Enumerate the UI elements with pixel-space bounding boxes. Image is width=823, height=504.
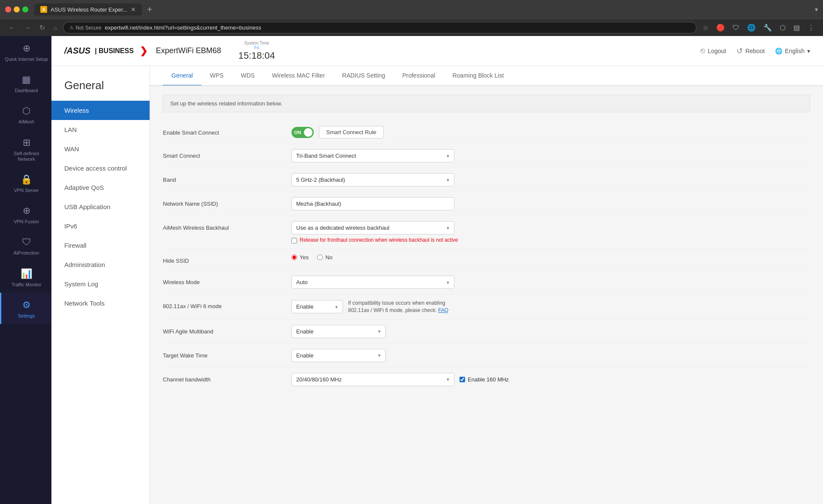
aimesh-backhaul-select[interactable]: Use as a dedicated wireless backhaul Aut… bbox=[291, 221, 454, 234]
refresh-button[interactable]: ↻ bbox=[37, 22, 48, 33]
system-time: System Time Fri 15:18:04 bbox=[238, 41, 275, 61]
tab-wps[interactable]: WPS bbox=[201, 66, 232, 86]
extension-icon-2[interactable]: 🛡 bbox=[730, 22, 742, 33]
enable-160-checkbox-input[interactable] bbox=[460, 377, 465, 382]
system-time-value: 15:18:04 bbox=[238, 50, 275, 61]
tab-radius-setting[interactable]: RADIUS Setting bbox=[333, 66, 393, 86]
tab-wireless-mac-filter[interactable]: Wireless MAC Filter bbox=[263, 66, 333, 86]
left-nav-item-adaptive-qos[interactable]: Adaptive QoS bbox=[51, 178, 150, 197]
address-bar[interactable]: ⚠ Not Secure expertwifi.net/index.html?u… bbox=[63, 22, 697, 33]
logout-icon: ⎋ bbox=[700, 46, 705, 55]
new-tab-button[interactable]: + bbox=[147, 5, 152, 15]
sidebar-item-settings[interactable]: ⚙ Settings bbox=[0, 293, 51, 324]
not-secure-icon: ⚠ bbox=[69, 25, 74, 30]
forward-button[interactable]: → bbox=[21, 22, 33, 33]
logout-button[interactable]: ⎋ Logout bbox=[700, 46, 726, 55]
dashboard-icon: ▦ bbox=[22, 74, 31, 85]
menu-button[interactable]: ⋮ bbox=[805, 22, 817, 33]
wifi-agile-multiband-select[interactable]: Enable Disable bbox=[291, 325, 386, 338]
left-nav-item-network-tools[interactable]: Network Tools bbox=[51, 294, 150, 313]
extension-icon-1[interactable]: 🔴 bbox=[714, 22, 727, 33]
left-nav-item-firewall[interactable]: Firewall bbox=[51, 236, 150, 255]
wireless-mode-select[interactable]: Auto Legacy N Only AC Only bbox=[291, 276, 454, 289]
band-label: Band bbox=[163, 173, 291, 183]
tab-roaming-block-list[interactable]: Roaming Block List bbox=[444, 66, 512, 86]
enable-160-checkbox-label[interactable]: Enable 160 MHz bbox=[460, 376, 509, 383]
tab-professional[interactable]: Professional bbox=[393, 66, 444, 86]
enable-smart-connect-label: Enable Smart Connect bbox=[163, 126, 291, 136]
sidebar: ⊕ Quick Internet Setup ▦ Dashboard ⬡ AiM… bbox=[0, 36, 51, 504]
tab-wds[interactable]: WDS bbox=[232, 66, 264, 86]
tab-close-button[interactable]: ✕ bbox=[131, 6, 136, 13]
left-nav-item-usb-application[interactable]: USB Application bbox=[51, 197, 150, 216]
band-select[interactable]: 2.4 GHz 5 GHz-1 5 GHz-2 (Backhaul) 6 GHz bbox=[291, 173, 454, 186]
language-selector[interactable]: 🌐 English ▾ bbox=[775, 48, 810, 54]
extension-icon-3[interactable]: 🌐 bbox=[745, 22, 758, 33]
left-nav-item-system-log[interactable]: System Log bbox=[51, 274, 150, 294]
tab-favicon: A bbox=[40, 6, 47, 13]
hide-ssid-control: Yes No bbox=[291, 254, 810, 261]
home-button[interactable]: ⌂ bbox=[51, 23, 60, 33]
left-nav-item-administration[interactable]: Administration bbox=[51, 255, 150, 274]
reboot-button[interactable]: ↺ Reboot bbox=[736, 46, 765, 56]
active-tab[interactable]: A ASUS Wireless Router Exper... ✕ bbox=[34, 3, 142, 15]
maximize-window-button[interactable] bbox=[22, 6, 28, 12]
left-nav-item-lan[interactable]: LAN bbox=[51, 120, 150, 139]
extension-icon-5[interactable]: ⬡ bbox=[777, 22, 788, 33]
left-nav-item-wan[interactable]: WAN bbox=[51, 139, 150, 159]
minimize-window-button[interactable] bbox=[14, 6, 20, 12]
sidebar-item-dashboard[interactable]: ▦ Dashboard bbox=[0, 67, 51, 99]
close-window-button[interactable] bbox=[5, 6, 11, 12]
sidebar-item-label: Quick Internet Setup bbox=[5, 57, 48, 62]
not-secure-label: Not Secure bbox=[75, 25, 101, 31]
sidebar-button[interactable]: ▤ bbox=[791, 22, 802, 33]
sidebar-item-aiprotection[interactable]: 🛡 AiProtection bbox=[0, 230, 51, 261]
tab-general[interactable]: General bbox=[163, 66, 201, 86]
left-nav-item-ipv6[interactable]: IPv6 bbox=[51, 216, 150, 236]
smart-connect-label: Smart Connect bbox=[163, 149, 291, 159]
settings-icon: ⚙ bbox=[22, 300, 31, 311]
bookmark-button[interactable]: ☆ bbox=[700, 22, 711, 33]
language-chevron-icon: ▾ bbox=[807, 48, 810, 54]
hide-ssid-no-radio[interactable] bbox=[317, 255, 323, 260]
smart-connect-toggle[interactable]: ON bbox=[291, 127, 314, 138]
channel-bandwidth-select[interactable]: 20 MHz 40 MHz 80 MHz 20/40/80/160 MHz bbox=[291, 373, 454, 386]
sidebar-item-traffic-monitor[interactable]: 📊 Traffic Monitor bbox=[0, 261, 51, 293]
target-wake-time-select[interactable]: Enable Disable bbox=[291, 349, 386, 362]
sidebar-item-aimesh[interactable]: ⬡ AiMesh bbox=[0, 99, 51, 130]
faq-link[interactable]: FAQ bbox=[438, 307, 448, 313]
aimesh-icon: ⬡ bbox=[22, 105, 30, 117]
band-select-wrapper: 2.4 GHz 5 GHz-1 5 GHz-2 (Backhaul) 6 GHz bbox=[291, 173, 454, 186]
hide-ssid-yes-label[interactable]: Yes bbox=[291, 254, 309, 261]
sidebar-item-self-defined-network[interactable]: ⊞ Self-defined Network bbox=[0, 130, 51, 167]
wifi-agile-multiband-select-wrapper: Enable Disable bbox=[291, 325, 386, 338]
sidebar-item-quick-internet[interactable]: ⊕ Quick Internet Setup bbox=[0, 36, 51, 67]
sidebar-item-label: VPN Server bbox=[14, 188, 39, 193]
form-content: Set up the wireless related information … bbox=[150, 86, 823, 400]
80211ax-wifi6-select[interactable]: Enable Disable bbox=[291, 300, 343, 313]
aiprotection-icon: 🛡 bbox=[22, 237, 31, 248]
left-nav-item-device-access-control[interactable]: Device access control bbox=[51, 159, 150, 178]
sidebar-item-label: Self-defined Network bbox=[5, 151, 48, 162]
left-nav-item-wireless[interactable]: Wireless bbox=[51, 101, 150, 120]
vpn-fusion-icon: ⊕ bbox=[23, 205, 30, 216]
extension-icon-4[interactable]: 🔧 bbox=[761, 22, 775, 33]
wifi-agile-multiband-control: Enable Disable bbox=[291, 325, 810, 338]
sidebar-item-vpn-fusion[interactable]: ⊕ VPN Fusion bbox=[0, 198, 51, 230]
content-area: General WPS WDS Wireless MAC Filter RADI… bbox=[150, 66, 823, 504]
smart-connect-control: Tri-Band Smart Connect 2.4 GHz + 5 GHz-1… bbox=[291, 149, 810, 162]
hide-ssid-no-text: No bbox=[325, 254, 333, 261]
smart-connect-select[interactable]: Tri-Band Smart Connect 2.4 GHz + 5 GHz-1… bbox=[291, 149, 454, 162]
hide-ssid-yes-radio[interactable] bbox=[291, 255, 297, 260]
aimesh-backhaul-checkbox-label[interactable]: Release for fronthaul connection when wi… bbox=[291, 237, 458, 243]
hide-ssid-no-label[interactable]: No bbox=[317, 254, 333, 261]
sidebar-item-vpn-server[interactable]: 🔒 VPN Server bbox=[0, 167, 51, 198]
network-name-ssid-input[interactable] bbox=[291, 197, 454, 210]
80211ax-wifi6-mode-label: 802.11ax / WiFi 6 mode bbox=[163, 300, 291, 309]
aimesh-backhaul-checkbox[interactable] bbox=[291, 238, 297, 243]
smart-connect-rule-button[interactable]: Smart Connect Rule bbox=[319, 126, 384, 138]
back-button[interactable]: ← bbox=[6, 22, 18, 33]
hide-ssid-yes-text: Yes bbox=[300, 254, 309, 261]
tabs-chevron-button[interactable]: ▾ bbox=[815, 6, 818, 13]
app-header: /ASUS | BUSINESS ❯ ExpertWiFi EBM68 Syst… bbox=[51, 36, 823, 66]
